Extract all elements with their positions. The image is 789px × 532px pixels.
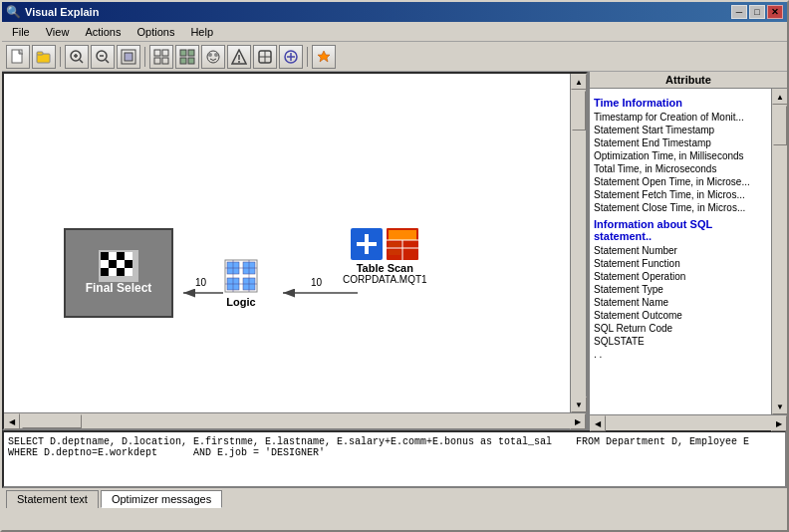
sql-text-area: SELECT D.deptname, D.location, E.firstnm… <box>2 430 787 488</box>
toolbar-btn-fit[interactable] <box>117 45 140 69</box>
final-select-node[interactable]: Final Select <box>64 228 173 318</box>
attr-item-2[interactable]: Statement End Timestamp <box>594 136 767 149</box>
attr-item-9[interactable]: Statement Function <box>594 257 767 270</box>
toolbar-separator-3 <box>307 47 308 67</box>
sql-line-2: WHERE D.deptno=E.workdept AND E.job = 'D… <box>8 447 781 458</box>
attr-hscroll-left[interactable]: ◀ <box>590 415 606 431</box>
svg-rect-68 <box>389 242 400 247</box>
svg-rect-16 <box>180 50 186 56</box>
toolbar-btn-open[interactable] <box>32 45 56 69</box>
svg-rect-43 <box>101 260 109 268</box>
attributes-header: Attribute <box>590 72 787 89</box>
svg-point-20 <box>207 51 219 63</box>
toolbar-btn-t2[interactable] <box>175 45 199 69</box>
attr-section-time: Time Information <box>594 97 767 109</box>
toolbar-btn-zoom-out[interactable] <box>91 45 115 69</box>
attr-hscroll-right[interactable]: ▶ <box>771 415 787 431</box>
toolbar-btn-t5[interactable] <box>253 45 277 69</box>
attr-item-13[interactable]: Statement Outcome <box>594 309 767 322</box>
attributes-content[interactable]: Time Information Timestamp for Creation … <box>590 89 771 414</box>
attr-item-0[interactable]: Timestamp for Creation of Monit... <box>594 111 767 124</box>
vscroll-down[interactable]: ▼ <box>571 397 587 412</box>
attr-vscroll: ▲ ▼ <box>771 89 787 414</box>
hscroll-right[interactable]: ▶ <box>570 413 586 429</box>
vscroll-track[interactable] <box>571 90 586 397</box>
menu-help[interactable]: Help <box>182 24 221 40</box>
svg-rect-18 <box>180 58 186 64</box>
minimize-button[interactable]: ─ <box>731 5 747 19</box>
attr-item-15[interactable]: SQLSTATE <box>594 335 767 348</box>
attr-item-7[interactable]: Statement Close Time, in Micros... <box>594 201 767 214</box>
svg-rect-39 <box>101 252 109 260</box>
attr-item-1[interactable]: Statement Start Timestamp <box>594 124 767 136</box>
svg-rect-47 <box>101 268 109 276</box>
svg-rect-44 <box>109 260 117 268</box>
toolbar-btn-t6[interactable] <box>279 45 303 69</box>
attr-vscroll-down[interactable]: ▼ <box>772 399 787 414</box>
attr-item-12[interactable]: Statement Name <box>594 296 767 309</box>
svg-point-21 <box>208 53 212 57</box>
toolbar-btn-zoom-in[interactable] <box>65 45 89 69</box>
tab-optimizer-messages[interactable]: Optimizer messages <box>101 490 222 508</box>
hscroll-thumb[interactable] <box>22 414 82 428</box>
attr-vscroll-thumb[interactable] <box>773 106 787 145</box>
toolbar-btn-new[interactable] <box>6 45 30 69</box>
attributes-panel: Attribute Time Information Timestamp for… <box>588 72 787 430</box>
attr-hscroll-track[interactable] <box>606 415 771 430</box>
final-select-label: Final Select <box>86 281 152 295</box>
svg-rect-14 <box>154 58 160 64</box>
toolbar-btn-t3[interactable] <box>201 45 225 69</box>
menu-file[interactable]: File <box>4 24 38 40</box>
svg-rect-48 <box>109 268 117 276</box>
vscroll-up[interactable]: ▲ <box>571 74 587 90</box>
table-scan-node[interactable]: Table Scan CORPDATA.MQT1 <box>343 228 427 285</box>
diagram-scroll-area: 10 10 <box>4 74 586 412</box>
toolbar-btn-t7[interactable] <box>312 45 336 69</box>
close-button[interactable]: ✕ <box>767 5 783 19</box>
attr-item-14[interactable]: SQL Return Code <box>594 322 767 335</box>
attr-item-8[interactable]: Statement Number <box>594 244 767 257</box>
toolbar-btn-t4[interactable] <box>227 45 251 69</box>
svg-rect-11 <box>125 53 132 61</box>
tab-bar: Statement text Optimizer messages <box>2 488 787 508</box>
menu-actions[interactable]: Actions <box>77 24 129 40</box>
diagram-area: 10 10 <box>2 72 588 430</box>
svg-line-8 <box>106 60 109 63</box>
app-icon: 🔍 <box>6 5 21 19</box>
logic-icon <box>223 258 259 294</box>
attr-item-5[interactable]: Statement Open Time, in Microse... <box>594 175 767 188</box>
vscroll-thumb[interactable] <box>572 91 586 131</box>
svg-rect-69 <box>389 250 400 255</box>
attr-item-10[interactable]: Statement Operation <box>594 270 767 283</box>
logic-node[interactable]: Logic <box>223 258 259 308</box>
attr-item-4[interactable]: Total Time, in Microseconds <box>594 162 767 175</box>
tab-statement-text[interactable]: Statement text <box>6 490 99 508</box>
hscroll-left[interactable]: ◀ <box>4 413 20 429</box>
attr-hscroll: ◀ ▶ <box>590 414 787 430</box>
attr-item-16[interactable]: . . <box>594 348 767 361</box>
attr-item-11[interactable]: Statement Type <box>594 283 767 296</box>
menu-options[interactable]: Options <box>129 24 182 40</box>
attr-item-6[interactable]: Statement Fetch Time, in Micros... <box>594 188 767 201</box>
attr-vscroll-track[interactable] <box>772 105 787 399</box>
svg-text:10: 10 <box>195 277 207 288</box>
svg-rect-13 <box>162 50 168 56</box>
main-content-area: 10 10 <box>2 72 787 430</box>
hscroll-track[interactable] <box>20 413 570 428</box>
table-scan-icons <box>351 228 418 260</box>
toolbar-separator-1 <box>60 47 61 67</box>
diagram-canvas-container[interactable]: 10 10 <box>4 74 570 412</box>
attr-vscroll-up[interactable]: ▲ <box>772 89 787 105</box>
attr-section-sql: Information about SQL statement.. <box>594 218 767 242</box>
svg-point-25 <box>238 61 240 63</box>
attr-item-3[interactable]: Optimization Time, in Milliseconds <box>594 149 767 162</box>
svg-text:10: 10 <box>311 277 323 288</box>
svg-rect-2 <box>37 52 43 55</box>
toolbar-btn-t1[interactable] <box>149 45 173 69</box>
svg-line-4 <box>80 60 83 63</box>
svg-rect-19 <box>188 58 194 64</box>
menu-view[interactable]: View <box>38 24 78 40</box>
maximize-button[interactable]: □ <box>749 5 765 19</box>
table-scan-label: Table Scan <box>357 262 413 274</box>
toolbar-separator-2 <box>144 47 145 67</box>
